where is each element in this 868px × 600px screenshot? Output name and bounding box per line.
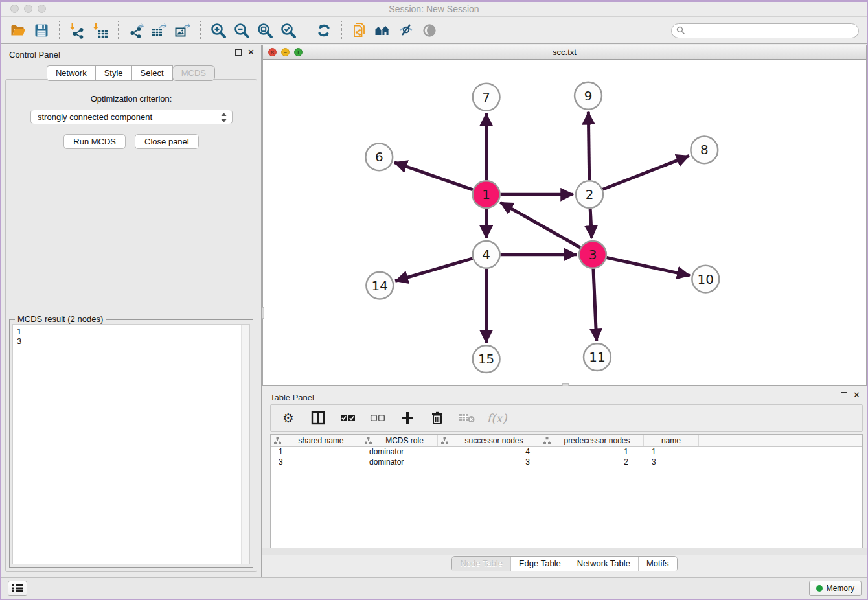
table-panel-title: Table Panel xyxy=(270,393,314,402)
hierarchy-icon xyxy=(274,437,281,444)
memory-button[interactable]: Memory xyxy=(809,581,862,596)
close-table-panel-icon[interactable]: ✕ xyxy=(853,392,860,398)
table-cell: 3 xyxy=(438,457,540,468)
table-body: 1dominator4113dominator323 xyxy=(271,447,862,468)
control-panel-tabs: NetworkStyleSelectMCDS xyxy=(1,65,261,81)
mcds-result-textarea[interactable]: 1 3 xyxy=(12,324,250,564)
table-panel: Table Panel ✕ ⚙ xyxy=(262,387,867,577)
refresh-icon[interactable] xyxy=(312,19,336,41)
edge-3-11[interactable] xyxy=(593,269,597,341)
column-header-MCDS-role[interactable]: MCDS role xyxy=(361,435,438,446)
titlebar: Session: New Session xyxy=(1,2,867,17)
import-network-icon[interactable] xyxy=(65,19,89,41)
node-label-4: 4 xyxy=(482,248,490,262)
table-row[interactable]: 3dominator323 xyxy=(271,457,862,468)
table-row[interactable]: 1dominator411 xyxy=(271,447,862,457)
node-label-7: 7 xyxy=(482,90,490,105)
hide-selected-icon[interactable] xyxy=(394,19,418,41)
run-mcds-button[interactable]: Run MCDS xyxy=(63,134,126,149)
edge-4-14[interactable] xyxy=(395,259,472,281)
column-header-name[interactable]: name xyxy=(644,435,699,446)
mcds-result-title: MCDS result (2 nodes) xyxy=(15,314,106,324)
control-panel-title: Control Panel xyxy=(9,50,60,60)
column-header-predecessor-nodes[interactable]: predecessor nodes xyxy=(540,435,644,446)
tab-network-table[interactable]: Network Table xyxy=(569,557,638,571)
toolbar-separator xyxy=(118,21,119,40)
column-header-shared-name[interactable]: shared name xyxy=(271,435,361,446)
edge-1-6[interactable] xyxy=(394,163,473,190)
node-label-9: 9 xyxy=(584,89,593,104)
export-table-icon[interactable] xyxy=(148,19,171,41)
close-panel-icon[interactable]: ✕ xyxy=(247,49,255,56)
search-input[interactable] xyxy=(671,23,859,38)
export-image-icon[interactable] xyxy=(171,19,194,41)
memory-status-icon xyxy=(816,585,823,592)
tab-select[interactable]: Select xyxy=(131,65,173,81)
optimization-criterion-label: Optimization criterion: xyxy=(6,94,257,104)
vertical-splitter-handle[interactable] xyxy=(262,307,264,319)
node-label-6: 6 xyxy=(375,150,383,165)
mcds-result-group: MCDS result (2 nodes) 1 3 xyxy=(9,319,253,568)
tab-motifs[interactable]: Motifs xyxy=(638,557,677,571)
horizontal-splitter-handle[interactable] xyxy=(562,383,569,386)
right-stack: ✕ − + scc.txt 7968124314101511 Table Pan… xyxy=(262,45,867,577)
node-label-3: 3 xyxy=(589,248,597,262)
network-graph: 7968124314101511 xyxy=(263,60,866,385)
tab-node-table[interactable]: Node Table xyxy=(452,557,510,571)
search-icon xyxy=(676,26,685,38)
delete-column-icon[interactable] xyxy=(429,410,446,426)
function-builder-icon: f(x) xyxy=(488,410,505,426)
table-cell: 1 xyxy=(540,447,644,457)
mcds-result-text: 1 3 xyxy=(13,325,249,348)
window-title: Session: New Session xyxy=(1,4,867,14)
network-window-title: scc.txt xyxy=(263,47,866,57)
status-bar: Memory xyxy=(1,577,867,599)
import-table-icon[interactable] xyxy=(89,19,112,41)
network-window-titlebar: ✕ − + scc.txt xyxy=(263,45,866,60)
hierarchy-icon xyxy=(365,437,372,444)
open-session-icon[interactable] xyxy=(6,19,30,41)
chevron-updown-icon xyxy=(220,112,227,125)
close-panel-button[interactable]: Close panel xyxy=(135,134,199,149)
tab-network[interactable]: Network xyxy=(47,65,96,81)
deselect-all-columns-icon[interactable] xyxy=(369,410,386,426)
float-table-panel-icon[interactable] xyxy=(841,392,847,398)
node-label-2: 2 xyxy=(586,187,594,202)
tab-edge-table[interactable]: Edge Table xyxy=(510,557,569,571)
table-tabs-bar: Node TableEdge TableNetwork TableMotifs xyxy=(262,556,867,571)
float-panel-icon[interactable] xyxy=(235,49,242,56)
add-column-icon[interactable] xyxy=(399,410,416,426)
node-label-8: 8 xyxy=(700,143,709,157)
toolbar-separator xyxy=(306,21,306,40)
settings-gear-icon[interactable]: ⚙ xyxy=(280,410,297,426)
edge-3-1[interactable] xyxy=(500,202,580,248)
edge-2-8[interactable] xyxy=(602,156,689,189)
hierarchy-icon xyxy=(543,437,551,444)
edge-3-10[interactable] xyxy=(606,257,690,275)
zoom-out-icon[interactable] xyxy=(230,19,253,41)
home-networks-icon[interactable] xyxy=(371,19,394,41)
zoom-in-icon[interactable] xyxy=(207,19,230,41)
network-canvas[interactable]: 7968124314101511 xyxy=(263,60,866,385)
zoom-selected-icon[interactable] xyxy=(277,19,300,41)
new-network-from-selection-icon[interactable] xyxy=(348,19,371,41)
column-header-successor-nodes[interactable]: successor nodes xyxy=(438,435,540,446)
show-all-icon xyxy=(418,19,441,41)
export-network-icon[interactable] xyxy=(124,19,148,41)
table-cell: 1 xyxy=(644,447,699,457)
table-cell: 1 xyxy=(271,447,361,457)
edge-2-9[interactable] xyxy=(588,112,589,181)
edge-2-3[interactable] xyxy=(590,209,591,238)
optimization-criterion-select[interactable]: strongly connected component xyxy=(30,110,233,124)
show-columns-icon[interactable] xyxy=(310,410,326,426)
result-scrollbar[interactable] xyxy=(241,325,249,564)
memory-label: Memory xyxy=(827,584,854,593)
task-history-button[interactable] xyxy=(8,581,27,596)
select-all-columns-icon[interactable] xyxy=(339,410,356,426)
node-label-10: 10 xyxy=(698,272,714,287)
save-session-icon[interactable] xyxy=(30,19,53,41)
search-container xyxy=(671,23,859,38)
tab-style[interactable]: Style xyxy=(95,65,132,81)
zoom-fit-icon[interactable] xyxy=(253,19,277,41)
tab-mcds[interactable]: MCDS xyxy=(172,65,215,81)
